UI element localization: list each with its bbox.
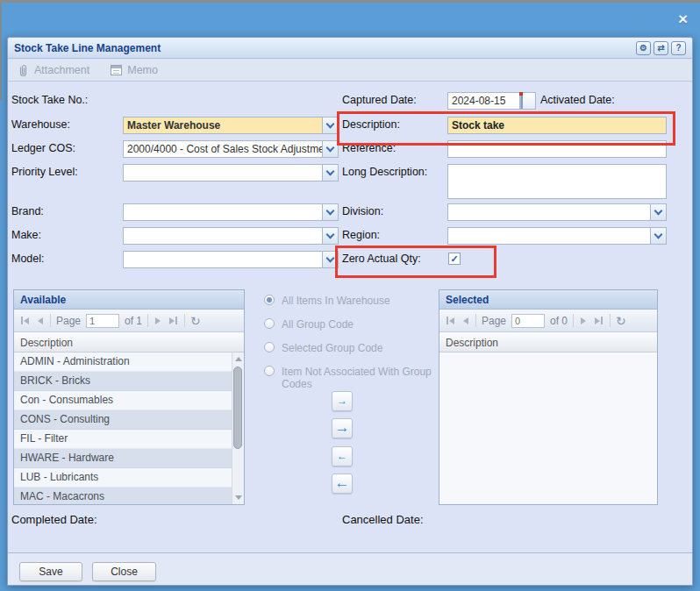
selected-pager: Page of 0 ↻: [439, 310, 657, 332]
available-list: ADMIN - Administration BRICK - Bricks Co…: [14, 352, 232, 504]
priority-level-label: Priority Level:: [11, 166, 78, 178]
chevron-down-icon[interactable]: [322, 204, 338, 220]
window-top-edge: [0, 0, 700, 3]
chevron-down-icon[interactable]: [322, 165, 338, 181]
list-item[interactable]: CONS - Consulting: [14, 410, 232, 430]
calendar-icon[interactable]: [520, 92, 536, 110]
model-label: Model:: [11, 253, 45, 265]
radio-icon: [264, 318, 275, 329]
warehouse-label: Warehouse:: [11, 118, 70, 131]
ledger-cos-select[interactable]: 2000/4000 - Cost of Sales Stock Adjustme: [123, 140, 339, 158]
radio-option-label: All Group Code: [282, 318, 354, 331]
list-item[interactable]: MAC - Macacrons: [14, 488, 232, 504]
save-button[interactable]: Save: [19, 562, 82, 581]
radio-option[interactable]: All Group Code: [264, 318, 435, 331]
selected-panel: Selected Page of 0 ↻ Description: [439, 289, 658, 505]
dialog-title: Stock Take Line Management: [14, 42, 161, 54]
move-all-left-button[interactable]: ←: [332, 474, 353, 494]
radio-icon: [264, 342, 275, 352]
warehouse-select[interactable]: Master Warehouse: [123, 117, 339, 134]
page-label: Page: [56, 315, 81, 327]
chevron-down-icon[interactable]: [322, 252, 338, 267]
chevron-down-icon[interactable]: [650, 228, 666, 244]
long-description-input[interactable]: [447, 164, 667, 199]
attachment-button[interactable]: Attachment: [18, 64, 89, 77]
help-icon[interactable]: ?: [671, 41, 686, 55]
radio-option[interactable]: Selected Group Code: [264, 342, 435, 354]
division-select[interactable]: [447, 203, 667, 221]
refresh-icon[interactable]: ⇄: [654, 41, 668, 55]
description-input[interactable]: Stock take: [447, 117, 667, 134]
scroll-up-icon[interactable]: [232, 353, 244, 365]
gear-icon[interactable]: ⚙: [636, 41, 651, 55]
list-item[interactable]: Con - Consumables: [14, 391, 232, 410]
available-pager: Page of 1 ↻: [14, 310, 244, 332]
model-select[interactable]: [123, 251, 339, 268]
chevron-down-icon[interactable]: [650, 204, 666, 220]
prev-page-icon[interactable]: [461, 316, 470, 326]
memo-button[interactable]: Memo: [111, 64, 158, 76]
radio-option[interactable]: All Items In Warehouse: [264, 295, 435, 307]
item-filter-radio-group: All Items In Warehouse All Group Code Se…: [264, 295, 435, 390]
scrollbar-thumb[interactable]: [233, 367, 242, 449]
move-right-button[interactable]: →: [332, 391, 353, 411]
last-page-icon[interactable]: [168, 315, 179, 326]
close-button[interactable]: Close: [92, 562, 156, 581]
zero-actual-qty-checkbox[interactable]: ✓: [448, 253, 461, 265]
first-page-icon[interactable]: [19, 315, 31, 326]
next-page-icon[interactable]: [579, 316, 588, 326]
radio-option-label: Selected Group Code: [282, 342, 382, 354]
memo-label: Memo: [127, 64, 158, 76]
chevron-down-icon[interactable]: [322, 141, 338, 157]
stock-take-dialog: Stock Take Line Management ⚙ ⇄ ? Attachm…: [7, 37, 693, 586]
radio-option[interactable]: Item Not Associated With Group Codes: [264, 366, 435, 390]
region-value: [448, 228, 650, 244]
list-item[interactable]: LUB - Lubricants: [14, 468, 232, 488]
refresh-icon[interactable]: ↻: [190, 315, 201, 327]
page-input[interactable]: [86, 314, 119, 328]
brand-value: [124, 204, 322, 220]
window-left-edge: [0, 3, 2, 101]
priority-level-select[interactable]: [123, 164, 339, 182]
last-page-icon[interactable]: [593, 315, 604, 326]
memo-icon: [111, 65, 122, 75]
radio-option-label: All Items In Warehouse: [282, 295, 390, 307]
long-description-label: Long Description:: [342, 166, 427, 178]
selected-column-header: Description: [439, 332, 657, 352]
first-page-icon[interactable]: [445, 315, 456, 326]
radio-option-label: Item Not Associated With Group Codes: [282, 366, 435, 390]
prev-page-icon[interactable]: [36, 316, 45, 326]
paperclip-icon: [18, 64, 29, 77]
available-scrollbar[interactable]: [232, 352, 244, 504]
make-select[interactable]: [123, 227, 339, 245]
scroll-down-icon[interactable]: [232, 492, 244, 503]
division-value: [448, 204, 650, 220]
captured-date-label: Captured Date:: [342, 94, 417, 106]
captured-date-input[interactable]: [447, 92, 520, 110]
ledger-cos-value: 2000/4000 - Cost of Sales Stock Adjustme: [124, 141, 322, 157]
move-all-right-button[interactable]: →: [332, 418, 353, 438]
model-value: [124, 252, 322, 267]
region-select[interactable]: [447, 227, 667, 245]
activated-date-label: Activated Date:: [540, 94, 615, 106]
reference-input[interactable]: [447, 140, 667, 158]
make-value: [124, 228, 322, 244]
zero-actual-qty-label: Zero Actual Qty:: [342, 253, 421, 265]
page-input[interactable]: [511, 314, 545, 328]
list-item[interactable]: ADMIN - Administration: [14, 352, 232, 372]
list-item[interactable]: HWARE - Hardware: [14, 449, 232, 468]
close-icon[interactable]: ×: [678, 11, 688, 27]
dialog-toolbar: Attachment Memo: [8, 60, 692, 82]
radio-icon: [264, 366, 275, 376]
refresh-icon[interactable]: ↻: [616, 315, 626, 327]
list-item[interactable]: FIL - Filter: [14, 430, 232, 449]
brand-select[interactable]: [123, 203, 339, 221]
list-item[interactable]: BRICK - Bricks: [14, 372, 232, 391]
move-left-button[interactable]: ←: [332, 446, 353, 466]
chevron-down-icon[interactable]: [322, 228, 338, 244]
brand-label: Brand:: [11, 205, 44, 217]
next-page-icon[interactable]: [154, 316, 162, 326]
stock-take-no-label: Stock Take No.:: [11, 94, 88, 106]
chevron-down-icon[interactable]: [322, 117, 338, 133]
page-of-text: of 0: [550, 315, 568, 327]
